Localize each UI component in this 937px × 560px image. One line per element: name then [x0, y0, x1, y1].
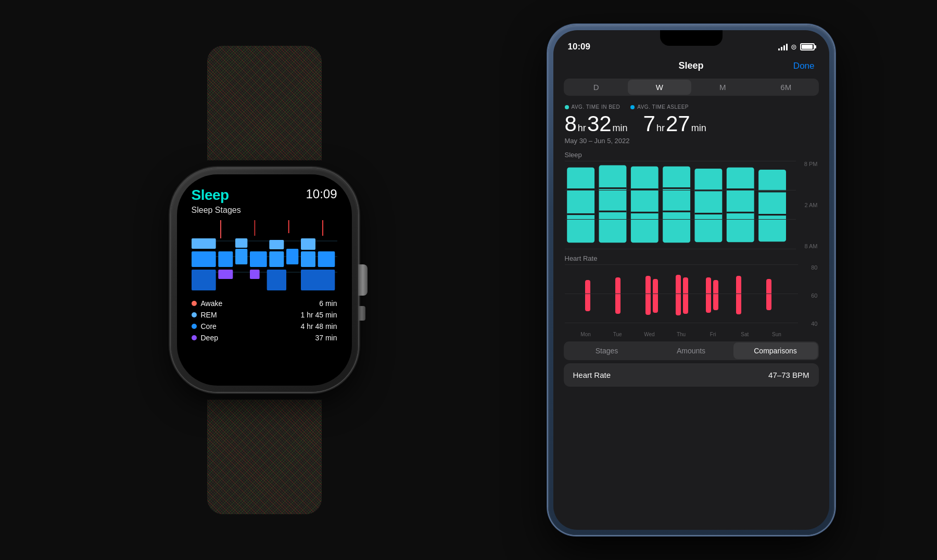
asleep-indicator: AVG. TIME ASLEEP	[630, 104, 689, 110]
svg-rect-38	[694, 213, 722, 214]
svg-rect-29	[599, 211, 626, 212]
sleep-y-labels: 8 PM 2 AM 8 AM	[796, 161, 818, 249]
asleep-dot	[630, 105, 635, 109]
svg-rect-23	[301, 270, 335, 290]
signal-bar-2	[781, 47, 782, 50]
hr-day-tue: Tue	[602, 332, 634, 337]
rem-value: 1 hr 45 min	[300, 311, 337, 319]
svg-rect-45	[585, 280, 590, 311]
hr-y-labels: 80 60 40	[798, 264, 818, 337]
svg-rect-12	[286, 249, 298, 264]
watch-container: Sleep 10:09 Sleep Stages	[103, 46, 426, 514]
svg-rect-17	[269, 240, 284, 249]
svg-rect-39	[726, 168, 754, 242]
hr-day-fri: Fri	[697, 332, 729, 337]
svg-rect-22	[267, 270, 286, 290]
svg-rect-16	[235, 238, 247, 248]
svg-rect-20	[250, 270, 260, 279]
svg-rect-24	[567, 168, 594, 243]
svg-rect-13	[301, 251, 315, 267]
phone-body: 10:09 ⊜	[548, 25, 834, 535]
asleep-label: AVG. TIME ASLEEP	[637, 104, 689, 110]
svg-rect-28	[599, 187, 626, 189]
svg-rect-53	[736, 276, 741, 314]
phone-notch	[660, 30, 723, 46]
tab-amounts[interactable]: Amounts	[649, 342, 733, 359]
svg-rect-52	[713, 280, 718, 310]
sleep-y-label-2: 2 AM	[799, 202, 818, 208]
svg-rect-51	[706, 277, 711, 313]
hr-y-label-2: 60	[801, 292, 818, 299]
tab-comparisons[interactable]: Comparisons	[733, 342, 818, 359]
period-btn-w[interactable]: W	[628, 80, 691, 95]
watch-body: Sleep 10:09 Sleep Stages	[171, 168, 358, 392]
svg-rect-54	[766, 279, 771, 310]
svg-rect-48	[653, 279, 658, 313]
awake-value: 6 min	[319, 299, 337, 308]
done-button[interactable]: Done	[793, 61, 815, 71]
svg-rect-36	[694, 169, 722, 242]
heart-rate-card: Heart Rate 47–73 BPM	[564, 363, 819, 387]
svg-rect-43	[758, 190, 786, 192]
sleep-chart-label: Sleep	[565, 151, 818, 159]
phone-container: 10:09 ⊜	[548, 25, 834, 535]
watch-band-top	[207, 46, 322, 160]
deep-value: 37 min	[315, 334, 337, 342]
svg-rect-32	[630, 212, 658, 213]
hr-day-mon: Mon	[570, 332, 602, 337]
svg-rect-46	[615, 277, 621, 314]
period-btn-m[interactable]: M	[691, 80, 755, 95]
heart-rate-chart-section: Heart Rate	[553, 252, 829, 337]
rem-label: REM	[201, 311, 217, 319]
svg-rect-10	[250, 251, 267, 267]
core-label: Core	[201, 322, 217, 330]
svg-rect-18	[301, 238, 315, 250]
stats-indicators: AVG. TIME IN BED AVG. TIME ASLEEP	[565, 104, 818, 110]
watch-sleep-chart	[192, 220, 337, 293]
in-bed-hr-unit: hr	[578, 123, 586, 134]
sleep-y-label-3: 8 AM	[799, 243, 818, 249]
svg-rect-47	[645, 276, 651, 315]
asleep-min-unit: min	[691, 123, 706, 134]
signal-bar-3	[783, 45, 785, 50]
svg-rect-7	[192, 251, 216, 267]
watch-subtitle: Sleep Stages	[192, 206, 337, 215]
scene: Sleep 10:09 Sleep Stages	[0, 0, 937, 560]
signal-bars-icon	[778, 43, 788, 50]
heart-rate-chart-label: Heart Rate	[565, 254, 818, 262]
asleep-hr-unit: hr	[656, 123, 665, 134]
hr-day-sun: Sun	[761, 332, 792, 337]
hr-chart: Mon Tue Wed Thu Fri Sat Sun	[565, 264, 798, 337]
in-bed-hours: 8	[565, 113, 577, 135]
svg-rect-8	[218, 251, 233, 267]
sleep-y-label-1: 8 PM	[799, 161, 818, 167]
stats-row: 8 hr 32 min 7 hr 27 min	[565, 113, 818, 135]
legend-awake: Awake 6 min	[192, 299, 337, 308]
watch-legend: Awake 6 min REM 1 hr 45 min	[192, 299, 337, 342]
hr-day-thu: Thu	[665, 332, 697, 337]
signal-bar-1	[778, 48, 780, 50]
card-title: Heart Rate	[573, 371, 611, 379]
stats-section: AVG. TIME IN BED AVG. TIME ASLEEP 8 hr 3…	[553, 99, 829, 149]
svg-rect-34	[663, 187, 690, 189]
svg-rect-9	[235, 249, 247, 264]
core-dot	[192, 324, 197, 329]
battery-fill	[802, 45, 813, 49]
wifi-icon: ⊜	[791, 43, 797, 51]
sleep-chart	[565, 161, 796, 249]
app-header: Sleep Done	[553, 56, 829, 75]
legend-rem: REM 1 hr 45 min	[192, 311, 337, 319]
svg-rect-11	[269, 251, 284, 267]
period-btn-d[interactable]: D	[565, 80, 628, 95]
phone-screen: 10:09 ⊜	[553, 30, 829, 530]
hr-day-wed: Wed	[634, 332, 665, 337]
asleep-value: 7 hr 27 min	[643, 113, 706, 135]
watch-time: 10:09	[306, 187, 337, 201]
in-bed-label: AVG. TIME IN BED	[572, 104, 621, 110]
watch-band-bottom	[207, 400, 322, 514]
watch-screen: Sleep 10:09 Sleep Stages	[177, 174, 352, 386]
tab-stages[interactable]: Stages	[565, 342, 649, 359]
period-btn-6m[interactable]: 6M	[754, 80, 818, 95]
svg-rect-49	[676, 275, 681, 315]
card-value: 47–73 BPM	[768, 371, 809, 379]
